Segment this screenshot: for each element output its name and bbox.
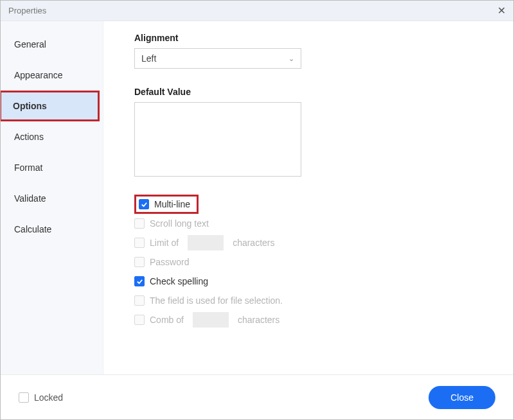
- limit-of-prefix: Limit of: [150, 238, 179, 248]
- comb-of-prefix: Comb of: [150, 315, 184, 325]
- sidebar-item-actions[interactable]: Actions: [1, 121, 103, 152]
- default-value-input[interactable]: [134, 102, 301, 177]
- comb-characters-suffix: characters: [238, 315, 279, 325]
- alignment-value: Left: [141, 53, 156, 64]
- file-selection-checkbox[interactable]: [134, 295, 145, 306]
- sidebar-item-format[interactable]: Format: [1, 152, 103, 183]
- sidebar-item-appearance[interactable]: Appearance: [1, 60, 103, 91]
- check-spelling-row: Check spelling: [134, 272, 488, 291]
- file-selection-row: The field is used for file selection.: [134, 291, 488, 310]
- limit-of-checkbox[interactable]: [134, 238, 145, 248]
- multi-line-highlight: Multi-line: [134, 195, 199, 214]
- sidebar-item-general[interactable]: General: [1, 29, 103, 60]
- close-button[interactable]: Close: [429, 386, 495, 409]
- locked-checkbox[interactable]: [19, 392, 29, 403]
- scroll-long-text-row: Scroll long text: [134, 214, 488, 233]
- default-value-label: Default Value: [134, 87, 488, 97]
- limit-characters-suffix: characters: [233, 238, 274, 248]
- footer: Locked Close: [1, 374, 513, 419]
- sidebar-item-calculate[interactable]: Calculate: [1, 214, 103, 245]
- sidebar: General Appearance Options Actions Forma…: [1, 21, 103, 374]
- alignment-label: Alignment: [134, 33, 488, 43]
- alignment-select[interactable]: Left ⌄: [134, 48, 301, 69]
- file-selection-label: The field is used for file selection.: [150, 295, 283, 306]
- password-row: Password: [134, 252, 488, 272]
- chevron-down-icon: ⌄: [288, 55, 294, 63]
- comb-of-input[interactable]: [193, 312, 229, 328]
- multi-line-checkbox[interactable]: [139, 199, 149, 209]
- footer-left: Locked: [19, 392, 63, 403]
- sidebar-item-options[interactable]: Options: [1, 91, 100, 121]
- scroll-long-text-checkbox[interactable]: [134, 218, 145, 229]
- locked-label: Locked: [34, 392, 63, 403]
- check-spelling-label: Check spelling: [150, 276, 208, 286]
- sidebar-item-validate[interactable]: Validate: [1, 183, 103, 214]
- close-icon[interactable]: ✕: [497, 4, 506, 17]
- multi-line-label: Multi-line: [154, 199, 190, 209]
- password-checkbox[interactable]: [134, 257, 145, 267]
- dialog-body: General Appearance Options Actions Forma…: [1, 21, 513, 374]
- window-title: Properties: [8, 6, 46, 15]
- titlebar: Properties ✕: [1, 1, 513, 21]
- content-panel: Alignment Left ⌄ Default Value Multi-lin…: [103, 21, 513, 374]
- password-label: Password: [150, 257, 189, 267]
- comb-of-row: Comb of characters: [134, 310, 488, 329]
- multi-line-row: Multi-line: [134, 195, 488, 214]
- properties-dialog: Properties ✕ General Appearance Options …: [0, 0, 514, 420]
- scroll-long-text-label: Scroll long text: [150, 218, 209, 229]
- limit-of-row: Limit of characters: [134, 233, 488, 252]
- limit-of-input[interactable]: [188, 235, 224, 250]
- comb-of-checkbox[interactable]: [134, 315, 145, 325]
- check-spelling-checkbox[interactable]: [134, 276, 145, 286]
